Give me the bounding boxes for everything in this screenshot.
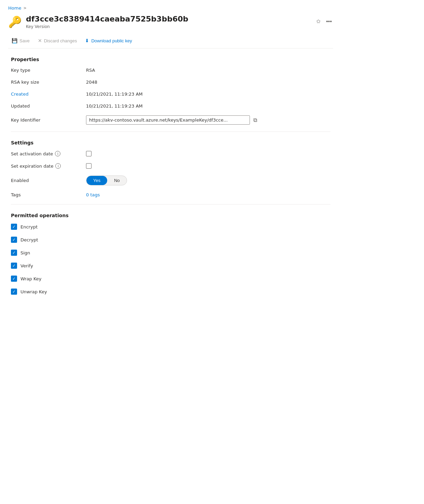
enabled-no-button[interactable]: No — [107, 176, 127, 185]
enabled-row: Enabled Yes No — [11, 176, 330, 185]
copy-identifier-button[interactable]: ⧉ — [252, 116, 258, 125]
activation-date-label: Set activation date — [11, 151, 53, 156]
settings-section-title: Settings — [11, 140, 330, 145]
operation-label-decrypt: Decrypt — [20, 237, 38, 242]
operation-checkbox-wrap-key[interactable] — [11, 276, 17, 282]
operation-checkbox-decrypt[interactable] — [11, 237, 17, 243]
operation-row: Encrypt — [11, 224, 330, 230]
key-identifier-row: Key Identifier https://akv-contoso.vault… — [11, 115, 330, 125]
expiration-date-row: Set expiration date i — [11, 163, 330, 169]
activation-date-label-group: Set activation date i — [11, 151, 86, 156]
save-icon: 💾 — [12, 38, 17, 43]
properties-section-title: Properties — [11, 57, 330, 62]
enabled-label: Enabled — [11, 178, 86, 183]
operation-label-verify: Verify — [20, 263, 33, 268]
operation-checkbox-unwrap-key[interactable] — [11, 289, 17, 295]
created-value: 10/21/2021, 11:19:23 AM — [86, 92, 330, 97]
expiration-date-checkbox[interactable] — [86, 163, 91, 169]
enabled-yes-button[interactable]: Yes — [86, 176, 107, 185]
operation-checkbox-verify[interactable] — [11, 263, 17, 269]
tags-link[interactable]: 0 tags — [86, 192, 330, 197]
operation-row: Verify — [11, 263, 330, 269]
created-row: Created 10/21/2021, 11:19:23 AM — [11, 92, 330, 97]
rsa-key-size-row: RSA key size 2048 — [11, 80, 330, 85]
content-area: Properties Key type RSA RSA key size 204… — [8, 57, 333, 295]
updated-label: Updated — [11, 103, 86, 109]
expiration-date-label: Set expiration date — [11, 164, 53, 169]
title-group: df3cce3c8389414caeaba7525b3bb60b Key Ver… — [26, 15, 311, 29]
download-label: Download public key — [91, 38, 132, 43]
activation-date-info-icon: i — [55, 151, 60, 156]
operation-label-unwrap-key: Unwrap Key — [20, 289, 47, 294]
pin-icon: ✩ — [316, 18, 321, 24]
activation-date-checkbox-wrapper — [86, 151, 330, 156]
tags-row: Tags 0 tags — [11, 192, 330, 197]
key-type-value: RSA — [86, 68, 330, 73]
page-subtitle: Key Version — [26, 24, 311, 29]
permitted-ops-section-title: Permitted operations — [11, 213, 330, 218]
operation-row: Wrap Key — [11, 276, 330, 282]
expiration-date-info-icon: i — [55, 163, 61, 169]
operation-row: Unwrap Key — [11, 289, 330, 295]
breadcrumb-home-link[interactable]: Home — [8, 5, 21, 11]
more-icon: ••• — [326, 18, 332, 24]
save-button[interactable]: 💾 Save — [8, 36, 33, 45]
key-identifier-box: https://akv-contoso.vault.azure.net/keys… — [86, 115, 330, 125]
page-title: df3cce3c8389414caeaba7525b3bb60b — [26, 15, 311, 24]
page-header: 🔑 df3cce3c8389414caeaba7525b3bb60b Key V… — [8, 15, 333, 29]
rsa-key-size-label: RSA key size — [11, 80, 86, 85]
download-public-key-button[interactable]: ⬇ Download public key — [82, 36, 135, 45]
save-label: Save — [19, 38, 30, 43]
permitted-ops-divider — [11, 204, 330, 205]
discard-icon: ✕ — [38, 38, 42, 43]
header-actions: ✩ ••• — [315, 17, 333, 26]
key-type-row: Key type RSA — [11, 68, 330, 73]
breadcrumb: Home > — [8, 5, 333, 11]
expiration-date-label-group: Set expiration date i — [11, 163, 86, 169]
key-type-label: Key type — [11, 68, 86, 73]
operation-row: Decrypt — [11, 237, 330, 243]
copy-icon: ⧉ — [253, 117, 257, 123]
discard-button[interactable]: ✕ Discard changes — [34, 36, 81, 45]
download-icon: ⬇ — [85, 38, 89, 43]
operation-checkbox-sign[interactable] — [11, 250, 17, 256]
operation-checkbox-encrypt[interactable] — [11, 224, 17, 230]
toolbar: 💾 Save ✕ Discard changes ⬇ Download publ… — [8, 33, 333, 48]
tags-label: Tags — [11, 192, 86, 197]
operation-label-wrap-key: Wrap Key — [20, 276, 42, 281]
operations-list: EncryptDecryptSignVerifyWrap KeyUnwrap K… — [11, 224, 330, 295]
key-identifier-label: Key Identifier — [11, 117, 86, 123]
key-icon: 🔑 — [8, 15, 22, 28]
updated-value: 10/21/2021, 11:19:23 AM — [86, 103, 330, 109]
pin-button[interactable]: ✩ — [315, 17, 322, 26]
permitted-operations-section: Permitted operations EncryptDecryptSignV… — [11, 213, 330, 295]
more-options-button[interactable]: ••• — [325, 17, 333, 26]
section-divider — [11, 131, 330, 132]
updated-row: Updated 10/21/2021, 11:19:23 AM — [11, 103, 330, 109]
enabled-toggle-group: Yes No — [86, 176, 127, 185]
settings-section: Settings Set activation date i Set expir… — [11, 140, 330, 197]
activation-date-checkbox[interactable] — [86, 151, 91, 156]
operation-label-sign: Sign — [20, 250, 30, 255]
breadcrumb-separator: > — [23, 6, 26, 10]
key-identifier-value: https://akv-contoso.vault.azure.net/keys… — [86, 115, 250, 125]
rsa-key-size-value: 2048 — [86, 80, 330, 85]
activation-date-row: Set activation date i — [11, 151, 330, 156]
operation-label-encrypt: Encrypt — [20, 224, 38, 229]
created-label: Created — [11, 92, 86, 97]
expiration-date-checkbox-wrapper — [86, 163, 330, 169]
discard-label: Discard changes — [44, 38, 77, 43]
operation-row: Sign — [11, 250, 330, 256]
